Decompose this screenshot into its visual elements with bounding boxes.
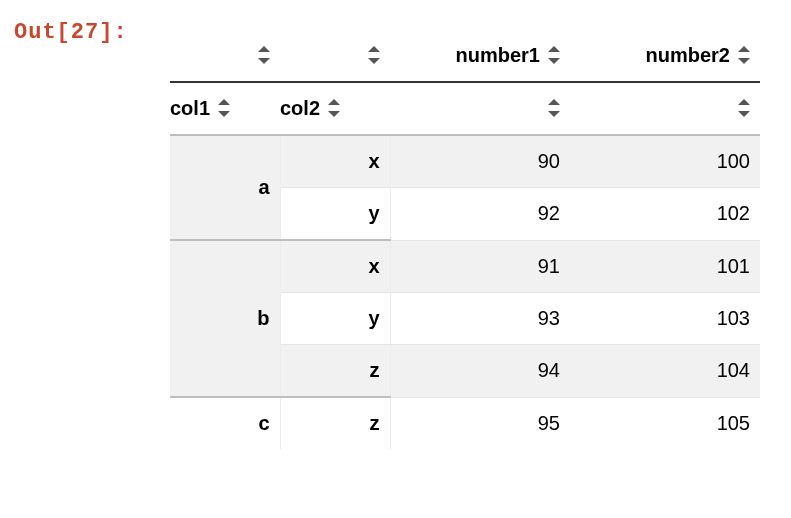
cell-number2: 101 — [570, 240, 760, 293]
cell-number1: 90 — [390, 135, 570, 188]
table-row: ax90100 — [170, 135, 760, 188]
index-col2: x — [280, 135, 390, 188]
header-number2[interactable]: number2 — [570, 30, 760, 82]
header-sub-blank-2[interactable] — [570, 82, 760, 135]
cell-number2: 103 — [570, 293, 760, 345]
dataframe-table-wrap: number1 number2 col1 col2 ax90100y92102b… — [170, 30, 760, 449]
cell-number1: 95 — [390, 397, 570, 449]
dataframe-table: number1 number2 col1 col2 ax90100y92102b… — [170, 30, 760, 449]
table-row: bx91101 — [170, 240, 760, 293]
sort-icon — [736, 46, 750, 64]
table-body: ax90100y92102bx91101y93103z94104cz95105 — [170, 135, 760, 449]
index-col1: b — [170, 240, 280, 397]
sort-icon — [546, 99, 560, 117]
index-col2: z — [280, 345, 390, 398]
cell-number1: 93 — [390, 293, 570, 345]
cell-number2: 104 — [570, 345, 760, 398]
output-prompt-label: Out[27]: — [14, 20, 128, 45]
header-row-sub: col1 col2 — [170, 82, 760, 135]
header-number1-label: number1 — [456, 44, 540, 66]
header-col1-label: col1 — [170, 97, 210, 119]
table-head: number1 number2 col1 col2 — [170, 30, 760, 135]
index-col2: y — [280, 293, 390, 345]
header-number2-label: number2 — [646, 44, 730, 66]
sort-icon — [256, 46, 270, 64]
index-col2: x — [280, 240, 390, 293]
cell-number2: 100 — [570, 135, 760, 188]
sort-icon — [546, 46, 560, 64]
header-blank-1[interactable] — [170, 30, 280, 82]
cell-number1: 91 — [390, 240, 570, 293]
sort-icon — [326, 99, 340, 117]
index-col2: z — [280, 397, 390, 449]
sort-icon — [216, 99, 230, 117]
table-row: cz95105 — [170, 397, 760, 449]
cell-number2: 105 — [570, 397, 760, 449]
header-col2-label: col2 — [280, 97, 320, 119]
header-col1[interactable]: col1 — [170, 82, 280, 135]
sort-icon — [366, 46, 380, 64]
header-number1[interactable]: number1 — [390, 30, 570, 82]
sort-icon — [736, 99, 750, 117]
header-col2[interactable]: col2 — [280, 82, 390, 135]
index-col1: c — [170, 397, 280, 449]
index-col1: a — [170, 135, 280, 240]
cell-number1: 92 — [390, 188, 570, 241]
header-row-top: number1 number2 — [170, 30, 760, 82]
header-blank-2[interactable] — [280, 30, 390, 82]
cell-number2: 102 — [570, 188, 760, 241]
index-col2: y — [280, 188, 390, 241]
cell-number1: 94 — [390, 345, 570, 398]
header-sub-blank-1[interactable] — [390, 82, 570, 135]
